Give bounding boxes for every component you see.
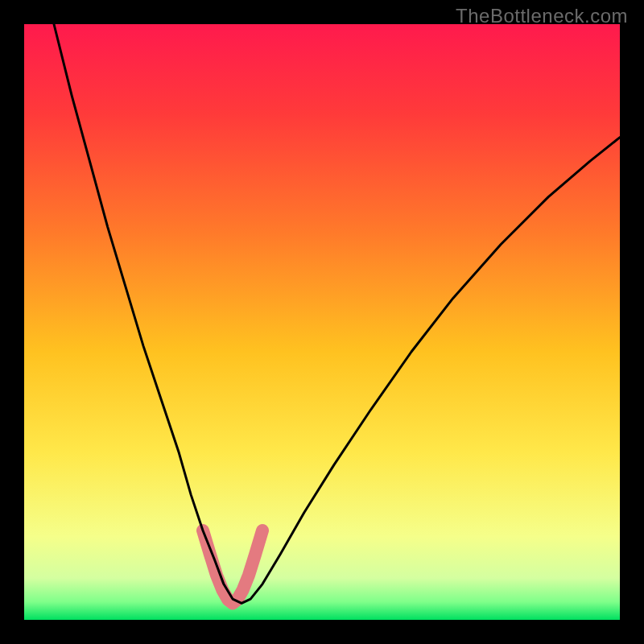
plot-background bbox=[24, 24, 620, 620]
chart-frame: TheBottleneck.com bbox=[0, 0, 644, 644]
watermark-text: TheBottleneck.com bbox=[456, 5, 628, 27]
chart-svg bbox=[0, 0, 644, 644]
